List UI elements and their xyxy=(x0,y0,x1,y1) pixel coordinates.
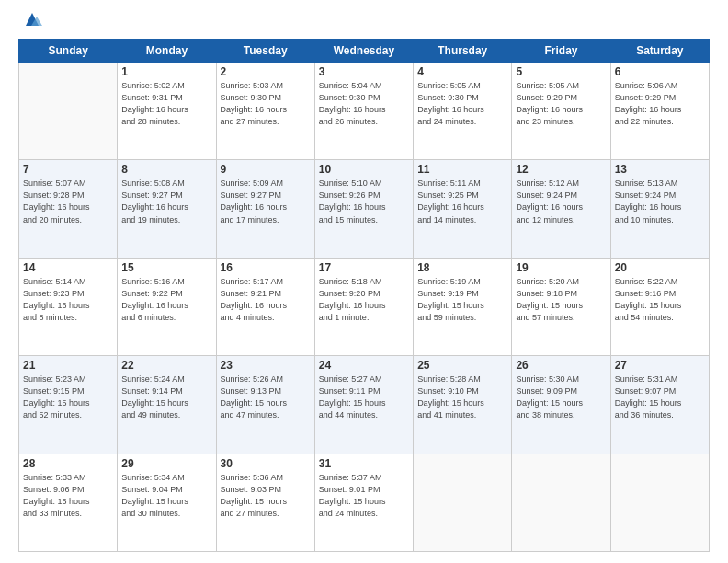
calendar-cell xyxy=(610,454,709,551)
calendar-cell: 29Sunrise: 5:34 AM Sunset: 9:04 PM Dayli… xyxy=(118,454,216,551)
day-number: 26 xyxy=(516,359,606,372)
day-info: Sunrise: 5:20 AM Sunset: 9:18 PM Dayligh… xyxy=(516,276,606,324)
calendar-cell xyxy=(414,454,512,551)
day-info: Sunrise: 5:23 AM Sunset: 9:15 PM Dayligh… xyxy=(23,373,113,421)
day-number: 9 xyxy=(221,163,311,176)
calendar-cell: 1Sunrise: 5:02 AM Sunset: 9:31 PM Daylig… xyxy=(118,63,216,160)
calendar-cell: 13Sunrise: 5:13 AM Sunset: 9:24 PM Dayli… xyxy=(610,160,709,258)
calendar-cell xyxy=(19,63,118,160)
day-info: Sunrise: 5:30 AM Sunset: 9:09 PM Dayligh… xyxy=(516,373,606,421)
calendar-cell: 8Sunrise: 5:08 AM Sunset: 9:27 PM Daylig… xyxy=(118,160,216,258)
weekday-header: Sunday xyxy=(19,40,118,63)
calendar-cell: 16Sunrise: 5:17 AM Sunset: 9:21 PM Dayli… xyxy=(216,258,314,355)
calendar-cell: 15Sunrise: 5:16 AM Sunset: 9:22 PM Dayli… xyxy=(118,258,216,355)
day-number: 29 xyxy=(121,457,211,470)
day-number: 12 xyxy=(516,163,606,176)
calendar-cell: 3Sunrise: 5:04 AM Sunset: 9:30 PM Daylig… xyxy=(314,63,413,160)
calendar-cell: 23Sunrise: 5:26 AM Sunset: 9:13 PM Dayli… xyxy=(216,356,314,454)
day-info: Sunrise: 5:11 AM Sunset: 9:25 PM Dayligh… xyxy=(417,178,507,225)
day-info: Sunrise: 5:37 AM Sunset: 9:01 PM Dayligh… xyxy=(319,472,409,520)
calendar-header-row: SundayMondayTuesdayWednesdayThursdayFrid… xyxy=(19,40,710,63)
day-number: 28 xyxy=(23,457,113,470)
day-number: 15 xyxy=(121,261,211,274)
day-number: 8 xyxy=(121,163,211,176)
day-info: Sunrise: 5:07 AM Sunset: 9:28 PM Dayligh… xyxy=(23,178,113,225)
logo xyxy=(18,17,42,29)
day-number: 4 xyxy=(417,65,507,78)
calendar-week-row: 14Sunrise: 5:14 AM Sunset: 9:23 PM Dayli… xyxy=(19,258,710,355)
day-info: Sunrise: 5:26 AM Sunset: 9:13 PM Dayligh… xyxy=(221,373,311,421)
day-number: 11 xyxy=(417,163,507,176)
day-number: 18 xyxy=(417,261,507,274)
calendar-cell: 2Sunrise: 5:03 AM Sunset: 9:30 PM Daylig… xyxy=(216,63,314,160)
calendar-cell: 24Sunrise: 5:27 AM Sunset: 9:11 PM Dayli… xyxy=(314,356,413,454)
day-number: 7 xyxy=(23,163,113,176)
day-info: Sunrise: 5:06 AM Sunset: 9:29 PM Dayligh… xyxy=(615,80,705,128)
day-info: Sunrise: 5:13 AM Sunset: 9:24 PM Dayligh… xyxy=(615,178,705,225)
calendar-cell: 5Sunrise: 5:05 AM Sunset: 9:29 PM Daylig… xyxy=(512,63,610,160)
day-number: 17 xyxy=(319,261,409,274)
day-info: Sunrise: 5:10 AM Sunset: 9:26 PM Dayligh… xyxy=(319,178,409,225)
weekday-header: Friday xyxy=(512,40,610,63)
weekday-header: Saturday xyxy=(610,40,709,63)
calendar-cell: 17Sunrise: 5:18 AM Sunset: 9:20 PM Dayli… xyxy=(314,258,413,355)
calendar-cell: 28Sunrise: 5:33 AM Sunset: 9:06 PM Dayli… xyxy=(19,454,118,551)
day-info: Sunrise: 5:12 AM Sunset: 9:24 PM Dayligh… xyxy=(516,178,606,225)
calendar-cell: 19Sunrise: 5:20 AM Sunset: 9:18 PM Dayli… xyxy=(512,258,610,355)
calendar-week-row: 1Sunrise: 5:02 AM Sunset: 9:31 PM Daylig… xyxy=(19,63,710,160)
day-number: 31 xyxy=(319,457,409,470)
day-number: 22 xyxy=(121,359,211,372)
day-info: Sunrise: 5:36 AM Sunset: 9:03 PM Dayligh… xyxy=(221,472,311,520)
calendar-cell: 4Sunrise: 5:05 AM Sunset: 9:30 PM Daylig… xyxy=(414,63,512,160)
day-info: Sunrise: 5:04 AM Sunset: 9:30 PM Dayligh… xyxy=(319,80,409,128)
calendar-cell: 30Sunrise: 5:36 AM Sunset: 9:03 PM Dayli… xyxy=(216,454,314,551)
day-info: Sunrise: 5:05 AM Sunset: 9:29 PM Dayligh… xyxy=(516,80,606,128)
calendar-cell: 22Sunrise: 5:24 AM Sunset: 9:14 PM Dayli… xyxy=(118,356,216,454)
day-info: Sunrise: 5:17 AM Sunset: 9:21 PM Dayligh… xyxy=(221,276,311,324)
calendar-cell xyxy=(512,454,610,551)
day-number: 6 xyxy=(615,65,705,78)
day-info: Sunrise: 5:03 AM Sunset: 9:30 PM Dayligh… xyxy=(221,80,311,128)
day-info: Sunrise: 5:34 AM Sunset: 9:04 PM Dayligh… xyxy=(121,472,211,520)
day-info: Sunrise: 5:14 AM Sunset: 9:23 PM Dayligh… xyxy=(23,276,113,324)
day-info: Sunrise: 5:28 AM Sunset: 9:10 PM Dayligh… xyxy=(417,373,507,421)
day-number: 10 xyxy=(319,163,409,176)
day-number: 3 xyxy=(319,65,409,78)
day-number: 16 xyxy=(221,261,311,274)
day-info: Sunrise: 5:18 AM Sunset: 9:20 PM Dayligh… xyxy=(319,276,409,324)
calendar-cell: 18Sunrise: 5:19 AM Sunset: 9:19 PM Dayli… xyxy=(414,258,512,355)
calendar-cell: 11Sunrise: 5:11 AM Sunset: 9:25 PM Dayli… xyxy=(414,160,512,258)
day-number: 5 xyxy=(516,65,606,78)
day-number: 27 xyxy=(615,359,705,372)
weekday-header: Thursday xyxy=(414,40,512,63)
day-number: 24 xyxy=(319,359,409,372)
day-number: 21 xyxy=(23,359,113,372)
day-info: Sunrise: 5:05 AM Sunset: 9:30 PM Dayligh… xyxy=(417,80,507,128)
calendar-cell: 20Sunrise: 5:22 AM Sunset: 9:16 PM Dayli… xyxy=(610,258,709,355)
header xyxy=(18,17,710,29)
day-info: Sunrise: 5:09 AM Sunset: 9:27 PM Dayligh… xyxy=(221,178,311,225)
day-number: 14 xyxy=(23,261,113,274)
day-number: 30 xyxy=(221,457,311,470)
calendar-cell: 31Sunrise: 5:37 AM Sunset: 9:01 PM Dayli… xyxy=(314,454,413,551)
day-info: Sunrise: 5:31 AM Sunset: 9:07 PM Dayligh… xyxy=(615,373,705,421)
day-number: 19 xyxy=(516,261,606,274)
day-info: Sunrise: 5:08 AM Sunset: 9:27 PM Dayligh… xyxy=(121,178,211,225)
page: SundayMondayTuesdayWednesdayThursdayFrid… xyxy=(0,0,728,563)
calendar-cell: 25Sunrise: 5:28 AM Sunset: 9:10 PM Dayli… xyxy=(414,356,512,454)
calendar: SundayMondayTuesdayWednesdayThursdayFrid… xyxy=(18,39,710,552)
day-info: Sunrise: 5:16 AM Sunset: 9:22 PM Dayligh… xyxy=(121,276,211,324)
calendar-cell: 26Sunrise: 5:30 AM Sunset: 9:09 PM Dayli… xyxy=(512,356,610,454)
weekday-header: Wednesday xyxy=(314,40,413,63)
calendar-cell: 27Sunrise: 5:31 AM Sunset: 9:07 PM Dayli… xyxy=(610,356,709,454)
day-info: Sunrise: 5:33 AM Sunset: 9:06 PM Dayligh… xyxy=(23,472,113,520)
day-info: Sunrise: 5:19 AM Sunset: 9:19 PM Dayligh… xyxy=(417,276,507,324)
calendar-cell: 12Sunrise: 5:12 AM Sunset: 9:24 PM Dayli… xyxy=(512,160,610,258)
day-number: 13 xyxy=(615,163,705,176)
day-number: 20 xyxy=(615,261,705,274)
day-info: Sunrise: 5:24 AM Sunset: 9:14 PM Dayligh… xyxy=(121,373,211,421)
calendar-week-row: 7Sunrise: 5:07 AM Sunset: 9:28 PM Daylig… xyxy=(19,160,710,258)
weekday-header: Tuesday xyxy=(216,40,314,63)
calendar-cell: 6Sunrise: 5:06 AM Sunset: 9:29 PM Daylig… xyxy=(610,63,709,160)
day-number: 25 xyxy=(417,359,507,372)
